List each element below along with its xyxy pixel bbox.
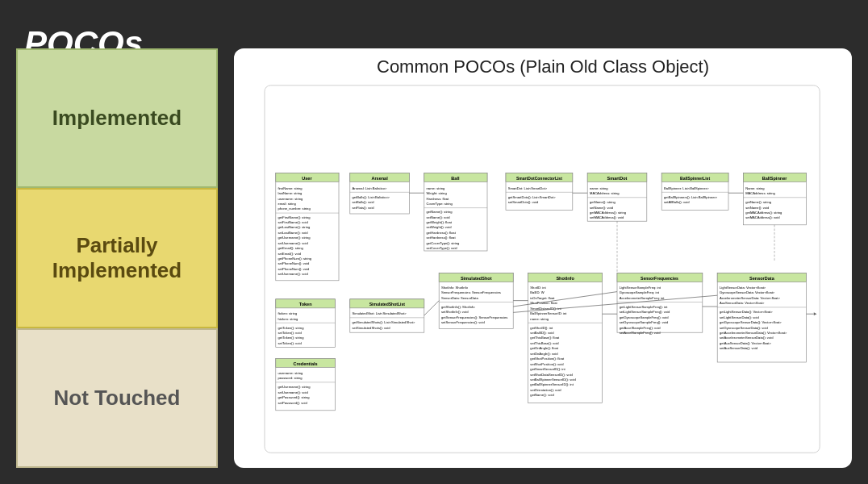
svg-text:SensorData: SensorData: SensorData: SensorData [441, 296, 479, 300]
diagram-svg: User firstName: string lastName: string … [242, 84, 844, 455]
svg-text:getName(): void: getName(): void [530, 393, 554, 397]
svg-text:setFirstName(): void: setFirstName(): void [278, 220, 309, 224]
ball-spinner-list-class: BallSpinnerList BallSpinner: List<BallSp… [661, 173, 728, 210]
svg-text:setShotDataSensorID(): void: setShotDataSensorID(): void [530, 373, 573, 377]
svg-text:setMACAddress(): void: setMACAddress(): void [590, 215, 624, 219]
ball-spinner-class: BallSpinner Name: string MACAddress: str… [743, 173, 806, 224]
svg-text:BallSpinnerList: BallSpinnerList [680, 176, 710, 181]
svg-text:getAccelerometerSensorData(): : getAccelerometerSensorData(): Vector<flo… [720, 331, 787, 335]
svg-text:getSmartDots(): List<SmartDot>: getSmartDots(): List<SmartDot> [508, 195, 557, 199]
svg-text:Hardness: float: Hardness: float [427, 197, 450, 201]
svg-text:username: string: username: string [278, 197, 303, 201]
svg-text:setHardness(): float: setHardness(): float [427, 236, 457, 240]
svg-text:ShotInfo: ShotInfo: ShotInfo: ShotInfo [441, 286, 469, 290]
svg-text:ShotID: int: ShotID: int [530, 286, 546, 290]
svg-text:Arsenal: Arsenal [371, 176, 388, 181]
svg-text:Ball: Ball [451, 176, 460, 181]
svg-text:setGyroscopeSampleFreq(): void: setGyroscopeSampleFreq(): void [620, 320, 669, 324]
svg-text:setAccelerometerSensorData(): : setAccelerometerSensorData(): void [720, 336, 774, 340]
svg-text:BallID: W: BallID: W [530, 290, 544, 294]
svg-text:setPassword(): void: setPassword(): void [278, 401, 308, 405]
svg-text:setThisBase(): void: setThisBase(): void [530, 341, 559, 345]
svg-text:GyroscopeSensorData: Vector<fl: GyroscopeSensorData: Vector<float> [720, 290, 775, 294]
svg-text:SmartDot: SmartDot [607, 176, 628, 181]
svg-text:getSimulatedShots(): List<Simu: getSimulatedShots(): List<SimulatedShot> [353, 320, 415, 324]
token-class: Token ftoken: string htoken: string getT… [276, 299, 336, 348]
status-partial: Partially Implemented [16, 188, 218, 328]
svg-text:CoverType: string: CoverType: string [427, 202, 453, 206]
svg-text:getHardness(): float: getHardness(): float [427, 231, 457, 235]
svg-text:Token: Token [299, 302, 312, 307]
svg-text:setMACAddress(): void: setMACAddress(): void [745, 215, 780, 219]
svg-text:getShotInfo(): ShotInfo: getShotInfo(): ShotInfo [441, 305, 475, 309]
main-panel: Common POCOs (Plain Old Class Object) Us… [234, 48, 852, 468]
svg-text:getCoverType(): string: getCoverType(): string [427, 241, 461, 245]
svg-text:Credentials: Credentials [294, 361, 318, 366]
svg-text:setEmail(): void: setEmail(): void [278, 252, 302, 256]
status-not-touched: Not Touched [16, 328, 218, 468]
svg-text:LightSensorSampleFreq: int: LightSensorSampleFreq: int [620, 286, 661, 290]
svg-text:getName(): string: getName(): string [745, 200, 772, 204]
svg-text:BallSpinner: BallSpinner [762, 176, 788, 181]
svg-text:MACAddress: string: MACAddress: string [590, 191, 620, 195]
svg-text:getGyroscopeSampleFreq(): void: getGyroscopeSampleFreq(): void [620, 315, 669, 319]
status-implemented: Implemented [16, 48, 218, 188]
svg-text:getGyroscopeSensorData(): Vect: getGyroscopeSensorData(): Vector<float> [720, 320, 782, 324]
svg-text:getMACAddress(): string: getMACAddress(): string [745, 211, 782, 215]
svg-text:setUsername(): void: setUsername(): void [278, 272, 309, 276]
svg-text:BallSpinnerSensorID: int: BallSpinnerSensorID: int [530, 311, 567, 315]
svg-text:SensorFrequencies: SensorFrequ: SensorFrequencies: SensorFrequencies [441, 290, 501, 294]
svg-text:setPhoneNum(): void: setPhoneNum(): void [278, 261, 310, 265]
svg-text:AccelerometerSensorData: Vecto: AccelerometerSensorData: Vector<float> [720, 296, 781, 300]
svg-text:htoken: string: htoken: string [278, 317, 298, 321]
svg-text:phone_number: string: phone_number: string [278, 207, 311, 211]
svg-text:setShotPosition(): void: setShotPosition(): void [530, 362, 564, 366]
svg-text:getFirstName(): string: getFirstName(): string [278, 215, 311, 219]
svg-text:setAllBalls(): void: setAllBalls(): void [664, 200, 690, 204]
svg-text:setShotInfo(): void: setShotInfo(): void [441, 310, 469, 314]
svg-text:getEmail(): string: getEmail(): string [278, 246, 304, 250]
svg-text:setLightSensorData(): void: setLightSensorData(): void [720, 315, 760, 319]
svg-text:setOnAngle(): void: setOnAngle(): void [530, 352, 558, 356]
svg-text:getShotID(): int: getShotID(): int [530, 326, 553, 330]
svg-text:isOnTarget: float: isOnTarget: float [530, 296, 555, 300]
svg-text:setAccelSampleFreq(): void: setAccelSampleFreq(): void [620, 331, 661, 335]
svg-text:setLightSensorSampleFreq(): vo: setLightSensorSampleFreq(): void [620, 310, 670, 314]
svg-text:GyroscopeSampleFreq: int: GyroscopeSampleFreq: int [620, 290, 660, 294]
svg-text:SmartDot: List<SmartDot>: SmartDot: List<SmartDot> [508, 186, 548, 190]
user-class: User firstName: string lastName: string … [276, 173, 339, 280]
svg-text:setPhoneNum(): void: setPhoneNum(): void [278, 267, 310, 271]
svg-text:setCoverType(): void: setCoverType(): void [427, 246, 458, 250]
svg-text:setWeight(): void: setWeight(): void [427, 225, 453, 229]
svg-text:getPhoneNum(): string: getPhoneNum(): string [278, 257, 312, 261]
svg-text:getName(): string: getName(): string [590, 200, 616, 204]
svg-text:getToken(): string: getToken(): string [278, 336, 305, 340]
svg-text:setFlats(): void: setFlats(): void [353, 206, 375, 210]
sensor-data-class: SensorData LightSensorData: Vector<float… [717, 273, 806, 362]
svg-text:LightSensorData: Vector<float>: LightSensorData: Vector<float> [720, 286, 766, 290]
svg-text:SimulatedShotList: SimulatedShotList [369, 302, 406, 307]
svg-text:setBalls(): void: setBalls(): void [353, 200, 375, 204]
svg-text:password: string: password: string [278, 376, 303, 380]
svg-text:setName(): void: setName(): void [590, 206, 614, 210]
svg-text:setUsername(): void: setUsername(): void [278, 390, 309, 394]
svg-text:SimulatedShot: SimulatedShot [461, 276, 492, 281]
svg-text:setBallID(): void: setBallID(): void [530, 331, 554, 335]
svg-text:getBallSpinners(): List<BallSp: getBallSpinners(): List<BallSpinner> [664, 195, 718, 199]
smartdot-class: SmartDot name: string MACAddress: string… [587, 173, 647, 221]
svg-text:setToken(): void: setToken(): void [278, 341, 303, 345]
svg-text:Weight: string: Weight: string [427, 191, 448, 195]
svg-text:ShotInfo: ShotInfo [556, 276, 574, 281]
simulated-shot-class: SimulatedShot ShotInfo: ShotInfo SensorF… [439, 273, 513, 329]
svg-text:getMACAddress(): string: getMACAddress(): string [590, 211, 627, 215]
svg-text:getThisBase(): float: getThisBase(): float [530, 336, 560, 340]
svg-text:MACAddress: string: MACAddress: string [745, 191, 775, 195]
left-sidebar: Implemented Partially Implemented Not To… [16, 48, 218, 468]
svg-text:getPassword(): string: getPassword(): string [278, 395, 311, 399]
svg-text:setSensorFrequencies(): void: setSensorFrequencies(): void [441, 320, 486, 324]
svg-text:setSimulatedShots(): void: setSimulatedShots(): void [353, 326, 391, 330]
svg-text:setName(): void: setName(): void [745, 206, 770, 210]
svg-text:SmartDotConnectorList: SmartDotConnectorList [516, 176, 562, 181]
svg-text:SimulatedShot: List<SimulatedS: SimulatedShot: List<SimulatedShot> [353, 311, 407, 315]
svg-text:setToken(): void: setToken(): void [278, 331, 303, 335]
